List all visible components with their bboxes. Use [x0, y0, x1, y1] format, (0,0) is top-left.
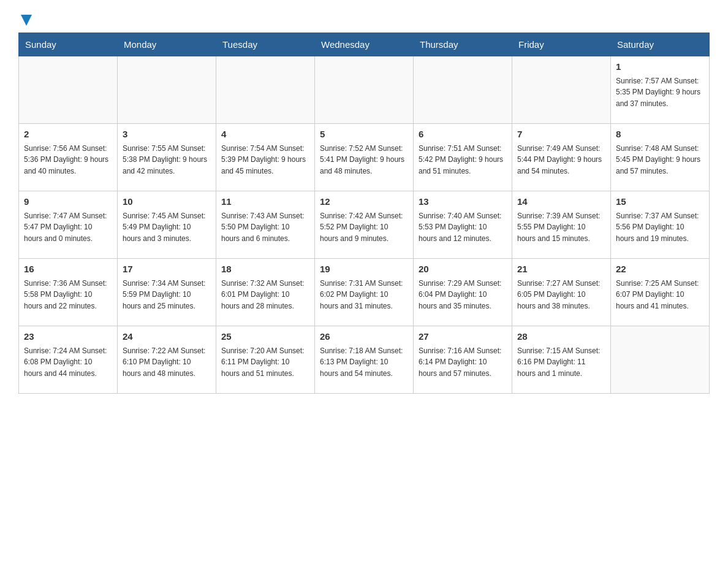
day-cell: 6Sunrise: 7:51 AM Sunset: 5:42 PM Daylig…	[414, 124, 512, 191]
day-number: 7	[517, 128, 605, 142]
day-info: Sunrise: 7:31 AM Sunset: 6:02 PM Dayligh…	[320, 278, 408, 312]
day-cell: 13Sunrise: 7:40 AM Sunset: 5:53 PM Dayli…	[414, 191, 512, 259]
svg-marker-0	[21, 15, 32, 26]
day-info: Sunrise: 7:55 AM Sunset: 5:38 PM Dayligh…	[123, 143, 211, 177]
day-number: 9	[24, 195, 112, 209]
day-number: 26	[320, 330, 408, 344]
day-number: 2	[24, 128, 112, 142]
day-info: Sunrise: 7:15 AM Sunset: 6:16 PM Dayligh…	[517, 345, 605, 380]
day-cell: 20Sunrise: 7:29 AM Sunset: 6:04 PM Dayli…	[414, 259, 512, 326]
logo-triangle-icon	[21, 15, 32, 28]
day-info: Sunrise: 7:51 AM Sunset: 5:42 PM Dayligh…	[419, 143, 507, 177]
day-cell: 11Sunrise: 7:43 AM Sunset: 5:50 PM Dayli…	[216, 191, 315, 259]
day-cell: 10Sunrise: 7:45 AM Sunset: 5:49 PM Dayli…	[118, 191, 216, 259]
day-cell: 7Sunrise: 7:49 AM Sunset: 5:44 PM Daylig…	[512, 124, 611, 191]
header-sunday: Sunday	[19, 33, 118, 56]
day-info: Sunrise: 7:47 AM Sunset: 5:47 PM Dayligh…	[24, 210, 112, 245]
day-cell: 12Sunrise: 7:42 AM Sunset: 5:52 PM Dayli…	[315, 191, 414, 259]
day-info: Sunrise: 7:54 AM Sunset: 5:39 PM Dayligh…	[221, 143, 309, 177]
day-cell	[118, 56, 216, 124]
week-row-3: 9Sunrise: 7:47 AM Sunset: 5:47 PM Daylig…	[19, 191, 710, 259]
day-cell: 14Sunrise: 7:39 AM Sunset: 5:55 PM Dayli…	[512, 191, 611, 259]
logo	[18, 12, 32, 26]
day-number: 28	[517, 330, 605, 344]
calendar-header-row: SundayMondayTuesdayWednesdayThursdayFrid…	[19, 33, 710, 56]
week-row-2: 2Sunrise: 7:56 AM Sunset: 5:36 PM Daylig…	[19, 124, 710, 191]
header-saturday: Saturday	[611, 33, 710, 56]
day-cell	[414, 56, 512, 124]
day-number: 16	[24, 262, 112, 277]
day-number: 17	[123, 262, 211, 277]
day-info: Sunrise: 7:36 AM Sunset: 5:58 PM Dayligh…	[24, 278, 112, 312]
day-info: Sunrise: 7:20 AM Sunset: 6:11 PM Dayligh…	[221, 345, 309, 380]
header-wednesday: Wednesday	[315, 33, 414, 56]
day-number: 25	[221, 330, 309, 344]
day-number: 14	[517, 195, 605, 209]
day-info: Sunrise: 7:39 AM Sunset: 5:55 PM Dayligh…	[517, 210, 605, 245]
day-info: Sunrise: 7:24 AM Sunset: 6:08 PM Dayligh…	[24, 345, 112, 380]
header-monday: Monday	[118, 33, 216, 56]
day-number: 15	[616, 195, 704, 209]
day-info: Sunrise: 7:18 AM Sunset: 6:13 PM Dayligh…	[320, 345, 408, 380]
day-info: Sunrise: 7:22 AM Sunset: 6:10 PM Dayligh…	[123, 345, 211, 380]
day-number: 6	[419, 128, 507, 142]
day-info: Sunrise: 7:16 AM Sunset: 6:14 PM Dayligh…	[419, 345, 507, 380]
day-info: Sunrise: 7:57 AM Sunset: 5:35 PM Dayligh…	[616, 75, 704, 110]
day-cell: 21Sunrise: 7:27 AM Sunset: 6:05 PM Dayli…	[512, 259, 611, 326]
day-number: 21	[517, 262, 605, 277]
day-cell: 5Sunrise: 7:52 AM Sunset: 5:41 PM Daylig…	[315, 124, 414, 191]
day-cell: 22Sunrise: 7:25 AM Sunset: 6:07 PM Dayli…	[611, 259, 710, 326]
day-cell: 16Sunrise: 7:36 AM Sunset: 5:58 PM Dayli…	[19, 259, 118, 326]
day-cell: 2Sunrise: 7:56 AM Sunset: 5:36 PM Daylig…	[19, 124, 118, 191]
day-cell	[315, 56, 414, 124]
header-tuesday: Tuesday	[216, 33, 315, 56]
day-cell	[512, 56, 611, 124]
day-number: 13	[419, 195, 507, 209]
day-number: 23	[24, 330, 112, 344]
day-cell: 15Sunrise: 7:37 AM Sunset: 5:56 PM Dayli…	[611, 191, 710, 259]
day-cell	[19, 56, 118, 124]
day-info: Sunrise: 7:40 AM Sunset: 5:53 PM Dayligh…	[419, 210, 507, 245]
day-cell: 9Sunrise: 7:47 AM Sunset: 5:47 PM Daylig…	[19, 191, 118, 259]
day-cell: 18Sunrise: 7:32 AM Sunset: 6:01 PM Dayli…	[216, 259, 315, 326]
day-info: Sunrise: 7:32 AM Sunset: 6:01 PM Dayligh…	[221, 278, 309, 312]
day-cell: 19Sunrise: 7:31 AM Sunset: 6:02 PM Dayli…	[315, 259, 414, 326]
day-number: 18	[221, 262, 309, 277]
day-cell: 25Sunrise: 7:20 AM Sunset: 6:11 PM Dayli…	[216, 326, 315, 394]
day-info: Sunrise: 7:49 AM Sunset: 5:44 PM Dayligh…	[517, 143, 605, 177]
day-number: 27	[419, 330, 507, 344]
day-info: Sunrise: 7:42 AM Sunset: 5:52 PM Dayligh…	[320, 210, 408, 245]
day-cell: 1Sunrise: 7:57 AM Sunset: 5:35 PM Daylig…	[611, 56, 710, 124]
day-info: Sunrise: 7:56 AM Sunset: 5:36 PM Dayligh…	[24, 143, 112, 177]
day-info: Sunrise: 7:29 AM Sunset: 6:04 PM Dayligh…	[419, 278, 507, 312]
day-cell: 23Sunrise: 7:24 AM Sunset: 6:08 PM Dayli…	[19, 326, 118, 394]
day-number: 8	[616, 128, 704, 142]
day-cell	[611, 326, 710, 394]
day-info: Sunrise: 7:37 AM Sunset: 5:56 PM Dayligh…	[616, 210, 704, 245]
day-number: 10	[123, 195, 211, 209]
day-number: 11	[221, 195, 309, 209]
week-row-1: 1Sunrise: 7:57 AM Sunset: 5:35 PM Daylig…	[19, 56, 710, 124]
page-header	[18, 12, 710, 26]
day-cell: 3Sunrise: 7:55 AM Sunset: 5:38 PM Daylig…	[118, 124, 216, 191]
calendar-table: SundayMondayTuesdayWednesdayThursdayFrid…	[18, 33, 710, 394]
day-number: 19	[320, 262, 408, 277]
day-info: Sunrise: 7:34 AM Sunset: 5:59 PM Dayligh…	[123, 278, 211, 312]
day-info: Sunrise: 7:48 AM Sunset: 5:45 PM Dayligh…	[616, 143, 704, 177]
day-number: 22	[616, 262, 704, 277]
day-number: 1	[616, 60, 704, 74]
day-cell: 27Sunrise: 7:16 AM Sunset: 6:14 PM Dayli…	[414, 326, 512, 394]
day-number: 5	[320, 128, 408, 142]
day-cell: 26Sunrise: 7:18 AM Sunset: 6:13 PM Dayli…	[315, 326, 414, 394]
day-cell: 28Sunrise: 7:15 AM Sunset: 6:16 PM Dayli…	[512, 326, 611, 394]
day-cell: 17Sunrise: 7:34 AM Sunset: 5:59 PM Dayli…	[118, 259, 216, 326]
day-number: 12	[320, 195, 408, 209]
week-row-5: 23Sunrise: 7:24 AM Sunset: 6:08 PM Dayli…	[19, 326, 710, 394]
header-friday: Friday	[512, 33, 611, 56]
day-info: Sunrise: 7:52 AM Sunset: 5:41 PM Dayligh…	[320, 143, 408, 177]
day-cell	[216, 56, 315, 124]
header-thursday: Thursday	[414, 33, 512, 56]
day-info: Sunrise: 7:45 AM Sunset: 5:49 PM Dayligh…	[123, 210, 211, 245]
day-cell: 24Sunrise: 7:22 AM Sunset: 6:10 PM Dayli…	[118, 326, 216, 394]
day-info: Sunrise: 7:27 AM Sunset: 6:05 PM Dayligh…	[517, 278, 605, 312]
